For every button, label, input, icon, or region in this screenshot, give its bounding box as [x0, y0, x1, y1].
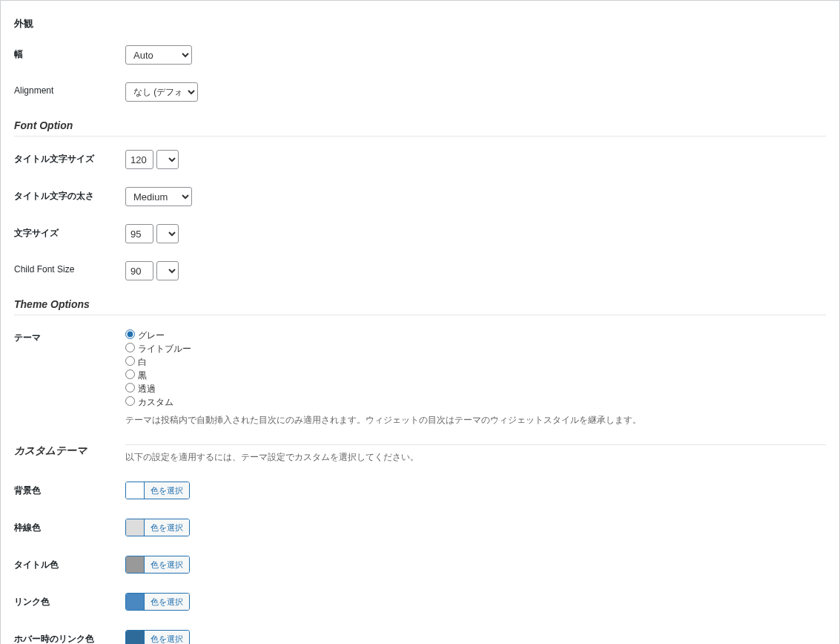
custom-theme-heading-row: カスタムテーマ 以下の設定を適用するには、テーマ設定でカスタムを選択してください…: [14, 444, 826, 464]
title-weight-select[interactable]: Medium: [125, 187, 192, 206]
hover-color-picker[interactable]: 色を選択: [125, 630, 190, 644]
theme-transparent-label[interactable]: 透過: [125, 382, 826, 395]
alignment-row: Alignment なし (デフォルト): [14, 82, 826, 102]
theme-white-radio[interactable]: [125, 356, 135, 366]
alignment-select[interactable]: なし (デフォルト): [125, 82, 198, 102]
child-size-input[interactable]: [125, 261, 153, 280]
theme-gray-radio[interactable]: [125, 329, 135, 339]
title-size-label: タイトル文字サイズ: [14, 150, 125, 165]
hover-color-button[interactable]: 色を選択: [144, 631, 189, 644]
child-size-label: Child Font Size: [14, 261, 125, 275]
bg-color-row: 背景色 色を選択: [14, 482, 826, 501]
bg-color-picker[interactable]: 色を選択: [125, 482, 190, 499]
title-weight-label: タイトル文字の太さ: [14, 187, 125, 203]
child-size-row: Child Font Size %: [14, 261, 826, 280]
title-size-input[interactable]: [125, 150, 153, 169]
appearance-heading: 外観: [14, 17, 826, 30]
bg-color-label: 背景色: [14, 482, 125, 497]
title-color-swatch: [126, 556, 144, 573]
title-color-row: タイトル色 色を選択: [14, 556, 826, 575]
width-row: 幅 Auto: [14, 45, 826, 65]
theme-black-radio[interactable]: [125, 369, 135, 379]
settings-panel: 外観 幅 Auto Alignment なし (デフォルト) Font Opti…: [0, 0, 840, 644]
alignment-label: Alignment: [14, 82, 125, 96]
font-heading: Font Option: [14, 119, 826, 137]
link-color-swatch: [126, 594, 144, 610]
link-color-row: リンク色 色を選択: [14, 593, 826, 612]
font-size-row: 文字サイズ %: [14, 224, 826, 243]
border-color-picker[interactable]: 色を選択: [125, 519, 190, 536]
theme-lightblue-radio[interactable]: [125, 343, 135, 352]
link-color-button[interactable]: 色を選択: [144, 594, 189, 610]
bg-color-swatch: [126, 482, 144, 499]
hover-color-label: ホバー時のリンク色: [14, 630, 125, 644]
border-color-button[interactable]: 色を選択: [144, 519, 189, 536]
title-weight-row: タイトル文字の太さ Medium: [14, 187, 826, 206]
link-color-picker[interactable]: 色を選択: [125, 593, 190, 611]
title-color-label: タイトル色: [14, 556, 125, 571]
bg-color-button[interactable]: 色を選択: [144, 482, 189, 499]
theme-row: テーマ グレー ライトブルー 白 黒 透過 カスタム テーマは投稿内で自動挿入さ…: [14, 329, 826, 427]
font-size-input[interactable]: [125, 224, 153, 243]
theme-custom-label[interactable]: カスタム: [125, 395, 826, 409]
theme-transparent-radio[interactable]: [125, 383, 135, 392]
title-size-unit[interactable]: %: [156, 150, 179, 169]
child-size-unit[interactable]: %: [156, 261, 179, 280]
title-size-row: タイトル文字サイズ %: [14, 150, 826, 169]
width-label: 幅: [14, 45, 125, 61]
font-size-label: 文字サイズ: [14, 224, 125, 240]
theme-label: テーマ: [14, 329, 125, 344]
custom-theme-heading: カスタムテーマ: [14, 444, 125, 458]
hover-color-row: ホバー時のリンク色 色を選択: [14, 630, 826, 644]
hover-color-swatch: [126, 631, 144, 644]
theme-custom-radio[interactable]: [125, 396, 135, 406]
width-select[interactable]: Auto: [125, 45, 192, 65]
border-color-row: 枠線色 色を選択: [14, 519, 826, 538]
theme-lightblue-label[interactable]: ライトブルー: [125, 342, 826, 355]
theme-radio-group: グレー ライトブルー 白 黒 透過 カスタム: [125, 329, 826, 409]
theme-white-label[interactable]: 白: [125, 355, 826, 369]
theme-desc: テーマは投稿内で自動挿入された目次にのみ適用されます。ウィジェットの目次はテーマ…: [125, 413, 826, 427]
border-color-label: 枠線色: [14, 519, 125, 534]
link-color-label: リンク色: [14, 593, 125, 608]
border-color-swatch: [126, 519, 144, 536]
theme-heading: Theme Options: [14, 298, 826, 315]
title-color-picker[interactable]: 色を選択: [125, 556, 190, 574]
custom-theme-desc: 以下の設定を適用するには、テーマ設定でカスタムを選択してください。: [125, 444, 826, 464]
theme-gray-label[interactable]: グレー: [125, 329, 826, 342]
font-size-unit[interactable]: %: [156, 224, 179, 243]
title-color-button[interactable]: 色を選択: [144, 556, 189, 573]
theme-black-label[interactable]: 黒: [125, 369, 826, 382]
